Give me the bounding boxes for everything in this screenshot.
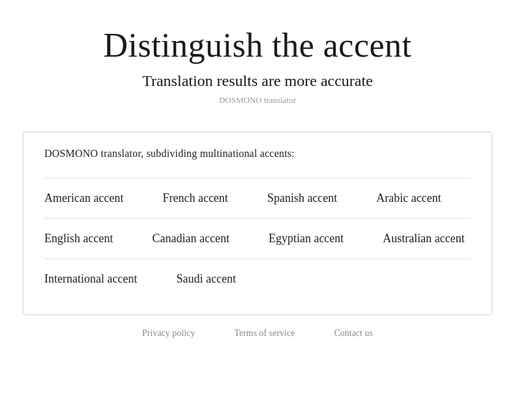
accent-egyptian[interactable]: Egyptian accent <box>269 232 344 245</box>
header-section: Distinguish the accent Translation resul… <box>103 26 411 105</box>
accent-arabic[interactable]: Arabic accent <box>376 191 441 205</box>
accent-international[interactable]: International accent <box>44 272 137 286</box>
terms-link[interactable]: Terms of service <box>234 328 295 339</box>
accent-row-1: American accent French accent Spanish ac… <box>44 178 471 218</box>
accent-saudi[interactable]: Saudi accent <box>176 272 235 286</box>
accent-australian[interactable]: Australian accent <box>383 232 464 245</box>
accent-row-3: International accent Saudi accent <box>44 259 471 299</box>
subtitle: Translation results are more accurate <box>103 72 411 90</box>
accent-english[interactable]: English accent <box>44 232 113 245</box>
accent-american[interactable]: American accent <box>44 191 123 205</box>
accent-spanish[interactable]: Spanish accent <box>267 191 337 205</box>
bottom-nav: Privacy policy Terms of service Contact … <box>23 328 492 339</box>
accent-card: DOSMONO translator, subdividing multinat… <box>23 132 492 315</box>
main-title: Distinguish the accent <box>103 26 411 64</box>
tagline: DOSMONO translator <box>103 95 411 105</box>
card-description: DOSMONO translator, subdividing multinat… <box>44 148 471 160</box>
accent-french[interactable]: French accent <box>162 191 228 205</box>
privacy-policy-link[interactable]: Privacy policy <box>142 328 195 339</box>
contact-link[interactable]: Contact us <box>334 328 373 339</box>
accent-canadian[interactable]: Canadian accent <box>152 232 229 245</box>
accent-row-2: English accent Canadian accent Egyptian … <box>44 218 471 259</box>
